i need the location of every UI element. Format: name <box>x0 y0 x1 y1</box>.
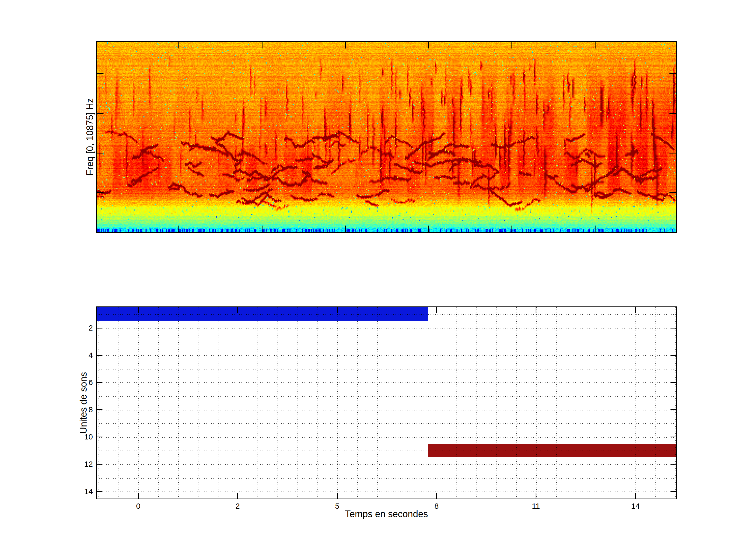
y-axis-tick <box>670 382 676 383</box>
gridline-vertical <box>476 307 477 499</box>
y-axis-tick <box>97 382 102 383</box>
gridline-vertical <box>357 307 358 499</box>
gridline-vertical <box>397 307 397 499</box>
y-tick-label: 12 <box>41 460 93 468</box>
x-axis-tick <box>635 493 636 499</box>
y-axis-tick <box>97 409 102 410</box>
y-axis-tick <box>97 355 102 356</box>
gridline-vertical <box>556 307 557 499</box>
gridline-horizontal <box>97 314 676 315</box>
gridline-vertical <box>138 307 139 499</box>
gridline-vertical <box>457 307 457 499</box>
y-axis-tick <box>670 436 676 437</box>
y-tick-label: 2 <box>41 324 93 332</box>
freq-axis-label: Freq [0, 10875] Hz <box>84 98 96 176</box>
gridline-horizontal <box>97 437 676 437</box>
gridline-horizontal <box>97 451 676 451</box>
gridline-vertical <box>437 307 437 499</box>
y-tick-label: 14 <box>41 487 93 496</box>
time-axis-label: Temps en secondes <box>345 509 428 519</box>
x-axis-tick <box>138 307 139 313</box>
gridline-vertical <box>158 307 159 499</box>
gridline-horizontal <box>97 382 676 383</box>
gridline-vertical <box>278 307 278 499</box>
gridline-vertical <box>258 307 258 499</box>
gridline-horizontal <box>97 342 676 342</box>
x-tick-label: 11 <box>532 502 540 510</box>
y-axis-tick <box>670 409 676 410</box>
gridline-vertical <box>675 307 676 499</box>
units-panel <box>96 306 677 499</box>
gridline-horizontal <box>97 491 676 492</box>
x-axis-tick <box>138 493 139 499</box>
gridline-horizontal <box>97 355 676 356</box>
gridline-horizontal <box>97 396 676 397</box>
spectrogram-panel <box>96 41 677 233</box>
x-tick-label: 5 <box>335 502 339 510</box>
gridline-vertical <box>119 307 119 499</box>
spectrogram-canvas <box>97 42 676 232</box>
gridline-vertical <box>337 307 338 499</box>
x-axis-tick <box>635 307 636 313</box>
gridline-horizontal <box>97 369 676 369</box>
y-tick-label: 6 <box>41 378 93 386</box>
y-axis-tick <box>97 464 102 464</box>
y-axis-tick <box>670 328 676 328</box>
gridline-horizontal <box>97 423 676 424</box>
x-tick-label: 8 <box>434 502 439 510</box>
x-tick-label: 2 <box>235 502 240 510</box>
gridline-horizontal <box>97 464 676 465</box>
gridline-vertical <box>317 307 318 499</box>
gridline-vertical <box>198 307 199 499</box>
x-axis-tick <box>436 493 437 499</box>
gridline-horizontal <box>97 328 676 328</box>
gridline-vertical <box>516 307 517 499</box>
x-axis-tick <box>536 307 536 313</box>
gridline-vertical <box>417 307 417 499</box>
gridline-horizontal <box>97 478 676 479</box>
gridline-vertical <box>576 307 576 499</box>
y-axis-tick <box>97 491 102 492</box>
gridline-vertical <box>238 307 238 499</box>
gridline-vertical <box>536 307 537 499</box>
y-axis-tick <box>97 436 102 437</box>
y-axis-tick <box>670 464 676 464</box>
gridline-vertical <box>636 307 636 499</box>
gridline-vertical <box>178 307 179 499</box>
x-tick-label: 0 <box>136 502 140 510</box>
gridline-vertical <box>218 307 218 499</box>
y-tick-label: 8 <box>41 405 93 414</box>
x-tick-label: 14 <box>631 502 640 510</box>
gridline-vertical <box>99 307 99 499</box>
x-axis-tick <box>337 307 338 313</box>
x-axis-tick <box>536 493 536 499</box>
y-tick-label: 10 <box>41 433 93 441</box>
gridline-vertical <box>496 307 497 499</box>
y-axis-tick <box>670 355 676 356</box>
x-axis-tick <box>436 307 437 313</box>
y-axis-tick <box>670 491 676 492</box>
gridline-horizontal <box>97 410 676 410</box>
gridline-vertical <box>298 307 298 499</box>
y-tick-label: 4 <box>41 351 93 359</box>
x-axis-tick <box>337 493 338 499</box>
y-axis-tick <box>97 328 102 328</box>
x-axis-tick <box>237 493 238 499</box>
gridline-vertical <box>377 307 378 499</box>
gridline-vertical <box>616 307 616 499</box>
gridline-vertical <box>655 307 656 499</box>
x-axis-tick <box>237 307 238 313</box>
gridline-vertical <box>596 307 596 499</box>
